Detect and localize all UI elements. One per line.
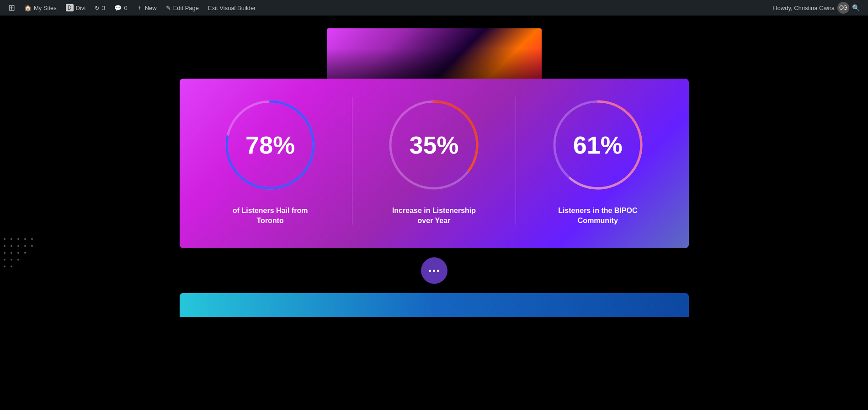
svg-point-14 (24, 245, 26, 247)
stat-label-1: of Listeners Hail from Toronto (224, 206, 316, 225)
svg-point-16 (4, 252, 5, 254)
revisions-count: 3 (102, 5, 105, 11)
dot-2 (433, 270, 435, 272)
page-content: 78% of Listeners Hail from Toronto 35% I… (0, 16, 868, 321)
page-body: 78% of Listeners Hail from Toronto 35% I… (0, 0, 868, 321)
svg-point-15 (31, 245, 33, 247)
stat-label-2: Increase in Listenership over Year (388, 206, 479, 225)
stat-value-2: 35% (409, 133, 458, 157)
comments-count: 0 (124, 5, 127, 11)
image-area (0, 16, 868, 79)
svg-point-22 (17, 259, 19, 261)
stat-item-1: 78% of Listeners Hail from Toronto (189, 97, 352, 225)
new-label: New (145, 5, 157, 11)
dot-1 (429, 270, 431, 272)
svg-point-9 (24, 238, 26, 240)
svg-point-11 (4, 245, 5, 247)
wp-logo-item[interactable]: ⊞ (4, 0, 20, 16)
sites-icon: 🏠 (24, 5, 32, 11)
stats-banner: 78% of Listeners Hail from Toronto 35% I… (180, 79, 689, 248)
edit-page-label: Edit Page (173, 5, 199, 11)
search-icon[interactable]: 🔍 (852, 4, 860, 11)
stat-item-3: 61% Listeners in the BIPOC Community (516, 97, 679, 225)
svg-point-21 (11, 259, 12, 261)
admin-bar: ⊞ 🏠 My Sites D Divi ↻ 3 💬 0 ＋ New ✎ Edit… (0, 0, 868, 16)
bottom-bar (180, 293, 689, 317)
svg-point-7 (11, 238, 12, 240)
divi-icon: D (66, 4, 74, 11)
wp-logo-icon: ⊞ (8, 3, 15, 13)
svg-point-23 (4, 266, 5, 267)
svg-point-18 (17, 252, 19, 254)
svg-point-10 (31, 238, 33, 240)
edit-page-item[interactable]: ✎ Edit Page (161, 0, 203, 16)
svg-point-17 (11, 252, 12, 254)
comments-icon: 💬 (114, 5, 122, 11)
svg-point-19 (24, 252, 26, 254)
deco-dots (0, 234, 91, 276)
new-item[interactable]: ＋ New (132, 0, 161, 16)
divi-label: Divi (76, 5, 86, 11)
dots-button[interactable] (421, 257, 447, 284)
adminbar-right: Howdy, Christina Gwira CG 🔍 (773, 2, 864, 14)
stat-label-3: Listeners in the BIPOC Community (552, 206, 644, 225)
svg-point-6 (4, 238, 5, 240)
my-sites-item[interactable]: 🏠 My Sites (20, 0, 61, 16)
svg-point-20 (4, 259, 5, 261)
my-sites-label: My Sites (34, 5, 57, 11)
below-banner (0, 248, 868, 321)
stat-value-3: 61% (573, 133, 623, 157)
svg-point-8 (17, 238, 19, 240)
circle-chart-1: 78% (222, 97, 318, 193)
exit-builder-item[interactable]: Exit Visual Builder (203, 0, 261, 16)
revisions-item[interactable]: ↻ 3 (90, 0, 110, 16)
svg-point-13 (17, 245, 19, 247)
circle-chart-2: 35% (386, 97, 482, 193)
stat-item-2: 35% Increase in Listenership over Year (352, 97, 516, 225)
divi-item[interactable]: D Divi (61, 0, 90, 16)
svg-point-24 (11, 266, 12, 267)
svg-point-12 (11, 245, 12, 247)
howdy-text: Howdy, Christina Gwira (773, 5, 835, 11)
dot-3 (437, 270, 439, 272)
comments-item[interactable]: 💬 0 (110, 0, 132, 16)
avatar[interactable]: CG (837, 2, 849, 14)
edit-icon: ✎ (166, 5, 171, 11)
revisions-icon: ↻ (95, 5, 100, 11)
plus-icon: ＋ (137, 4, 143, 12)
exit-builder-label: Exit Visual Builder (208, 5, 256, 11)
hero-image-preview (327, 28, 542, 79)
stat-value-1: 78% (245, 133, 295, 157)
circle-chart-3: 61% (550, 97, 646, 193)
